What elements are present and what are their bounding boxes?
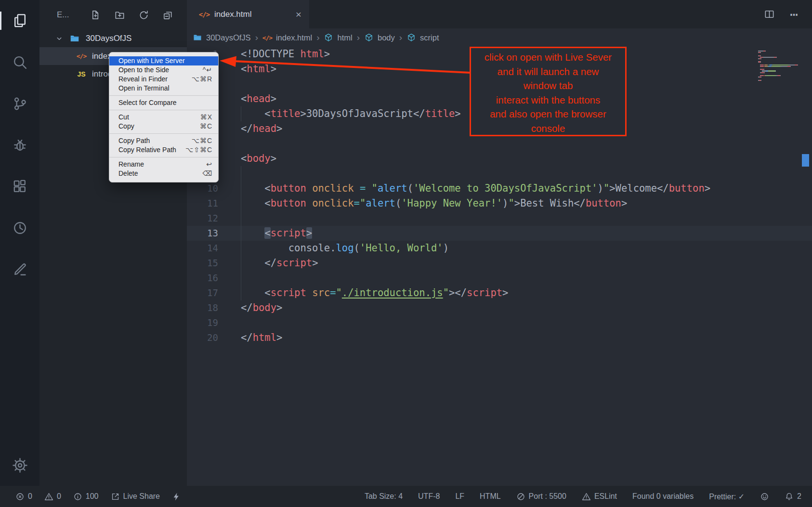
- found-variables[interactable]: Found 0 variables: [632, 492, 694, 501]
- menu-item-copy-relative-path[interactable]: Copy Relative Path⌥⇧⌘C: [109, 145, 218, 155]
- search-icon: [12, 54, 28, 70]
- end-of-line[interactable]: LF: [455, 492, 464, 501]
- problems-warnings[interactable]: 0: [44, 492, 61, 501]
- menu-item-cut[interactable]: Cut⌘X: [109, 113, 218, 122]
- breadcrumb-label: index.html: [276, 33, 312, 42]
- language-mode[interactable]: HTML: [480, 492, 501, 501]
- menu-item-rename[interactable]: Rename↩: [109, 160, 218, 169]
- line-number: 16: [187, 271, 241, 286]
- activity-feedback-pen[interactable]: [0, 248, 39, 290]
- code-line[interactable]: 10 <button onclick = "alert('Welcome to …: [187, 181, 812, 196]
- menu-item-label: Copy: [118, 122, 134, 131]
- notifications[interactable]: 2: [785, 492, 801, 501]
- breadcrumb-separator: ›: [356, 32, 360, 43]
- breadcrumb-label: html: [337, 33, 352, 42]
- breadcrumb-label: script: [420, 33, 439, 42]
- gear-icon: [12, 457, 28, 473]
- code-line[interactable]: 15 </script>: [187, 256, 812, 271]
- collapse-all-button[interactable]: [162, 9, 173, 21]
- vscode-window: E... 30DaysOfJS </>index.htmlJSintroduct…: [0, 0, 812, 507]
- split-editor-icon[interactable]: [764, 9, 775, 20]
- symbol-icon: [364, 33, 374, 42]
- code-line[interactable]: 16: [187, 271, 812, 286]
- code-line[interactable]: 12: [187, 211, 812, 226]
- status-label: HTML: [480, 492, 501, 501]
- code-line[interactable]: 14 console.log('Hello, World'): [187, 241, 812, 256]
- menu-item-delete[interactable]: Delete⌫: [109, 169, 218, 178]
- status-label: UTF-8: [418, 492, 440, 501]
- line-number: 15: [187, 256, 241, 271]
- more-actions-icon[interactable]: ⋯: [788, 9, 799, 20]
- status-label: Live Share: [123, 492, 160, 501]
- code-line[interactable]: 8<body>: [187, 151, 812, 166]
- code-line[interactable]: 13 <script>: [187, 226, 812, 241]
- activity-history[interactable]: [0, 207, 39, 248]
- indent-guide: [241, 181, 241, 196]
- code-line[interactable]: 7: [187, 136, 812, 151]
- new-file-button[interactable]: [90, 9, 101, 21]
- breadcrumb-item-html[interactable]: html: [324, 33, 352, 42]
- new-folder-button[interactable]: [114, 9, 125, 21]
- line-number: 14: [187, 241, 241, 256]
- status-label: 100: [86, 492, 99, 501]
- menu-item-open-with-live-server[interactable]: Open with Live Server: [109, 56, 218, 65]
- breadcrumb-item-script[interactable]: script: [406, 33, 439, 42]
- activity-source-control[interactable]: [0, 83, 39, 124]
- activity-explorer[interactable]: [0, 0, 39, 41]
- breadcrumb-item-body[interactable]: body: [364, 33, 395, 42]
- live-server-port[interactable]: Port : 5500: [516, 492, 566, 501]
- menu-item-reveal-in-finder[interactable]: Reveal in Finder⌥⌘R: [109, 75, 218, 84]
- activity-extensions[interactable]: [0, 166, 39, 207]
- code-line[interactable]: 17 <script src="./introduction.js"></scr…: [187, 286, 812, 300]
- menu-item-label: Select for Compare: [118, 98, 177, 107]
- history-icon: [12, 220, 28, 236]
- annotation-text: click on open with Live Severand it will…: [471, 50, 625, 135]
- warning-icon: [582, 492, 591, 501]
- minimap[interactable]: [758, 51, 802, 81]
- status-label: 2: [797, 492, 801, 501]
- info-count[interactable]: 100: [73, 492, 99, 501]
- line-code: [241, 166, 812, 181]
- live-share[interactable]: Live Share: [111, 492, 160, 501]
- breadcrumb-item-index-html[interactable]: </>index.html: [262, 33, 312, 42]
- eslint[interactable]: ESLint: [582, 492, 617, 501]
- problems-errors[interactable]: 0: [15, 492, 32, 501]
- menu-item-shortcut: ⌥⌘C: [192, 136, 212, 145]
- indent-guide: [241, 196, 241, 211]
- feedback-smiley[interactable]: [760, 492, 769, 501]
- code-line[interactable]: 18</body>: [187, 300, 812, 315]
- tab-close-icon[interactable]: ×: [296, 9, 301, 19]
- status-label: 0: [57, 492, 61, 501]
- prettier[interactable]: Prettier: ✓: [709, 492, 745, 501]
- menu-item-open-in-terminal[interactable]: Open in Terminal: [109, 84, 218, 93]
- code-line[interactable]: 11 <button onclick="alert('Happy New Yea…: [187, 196, 812, 211]
- menu-item-label: Delete: [118, 169, 138, 178]
- folder-icon: [69, 33, 80, 44]
- breadcrumb-separator: ›: [316, 32, 320, 43]
- menu-divider: [109, 157, 218, 157]
- info-icon: [73, 492, 82, 501]
- menu-item-open-to-the-side[interactable]: Open to the Side^↵: [109, 65, 218, 75]
- menu-item-label: Copy Relative Path: [118, 145, 176, 155]
- code-line[interactable]: 9: [187, 166, 812, 181]
- encoding[interactable]: UTF-8: [418, 492, 440, 501]
- status-label: Found 0 variables: [632, 492, 694, 501]
- activity-settings[interactable]: [0, 444, 39, 486]
- indent-guide: [241, 256, 241, 271]
- tab-size[interactable]: Tab Size: 4: [365, 492, 403, 501]
- refresh-button[interactable]: [138, 9, 149, 21]
- breadcrumb-item-30daysofjs[interactable]: 30DaysOfJS: [193, 33, 251, 42]
- code-line[interactable]: 20</html>: [187, 330, 812, 345]
- menu-item-shortcut: ⌥⇧⌘C: [185, 145, 212, 155]
- files-icon: [12, 13, 28, 29]
- activity-run-and-debug[interactable]: [0, 124, 39, 166]
- quick-actions[interactable]: [172, 492, 181, 501]
- menu-item-select-for-compare[interactable]: Select for Compare: [109, 98, 218, 107]
- folder-row-30daysofjs[interactable]: 30DaysOfJS: [39, 30, 187, 47]
- menu-item-copy[interactable]: Copy⌘C: [109, 122, 218, 131]
- menu-item-copy-path[interactable]: Copy Path⌥⌘C: [109, 136, 218, 145]
- line-number: 18: [187, 300, 241, 315]
- activity-search[interactable]: [0, 41, 39, 83]
- code-line[interactable]: 19: [187, 315, 812, 330]
- tab-index-html[interactable]: </> index.html ×: [187, 0, 309, 28]
